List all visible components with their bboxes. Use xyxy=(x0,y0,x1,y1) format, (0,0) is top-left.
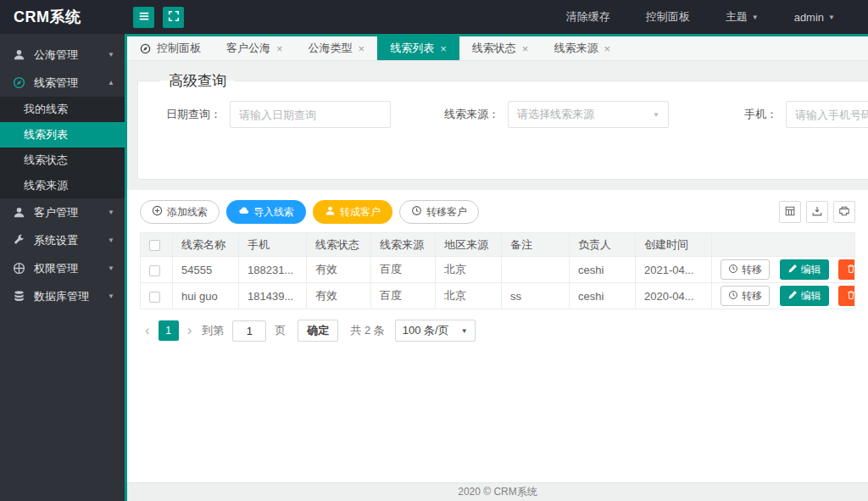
col-header-source: 线索来源 xyxy=(371,233,436,257)
page-size-select[interactable]: 100 条/页 ▼ xyxy=(395,320,476,342)
goto-page-input[interactable] xyxy=(232,320,266,342)
close-icon[interactable]: × xyxy=(522,43,529,54)
close-icon[interactable]: × xyxy=(440,43,447,54)
export-icon xyxy=(811,205,823,220)
row-transfer-button[interactable]: 转移 xyxy=(721,259,770,280)
close-icon[interactable]: × xyxy=(359,43,365,54)
transfer-label: 转移 xyxy=(742,263,762,277)
select-all-checkbox[interactable] xyxy=(149,240,160,251)
sidebar-item-lead-status[interactable]: 线索状态 xyxy=(0,148,125,173)
clear-cache-link[interactable]: 清除缓存 xyxy=(548,0,628,34)
row-checkbox[interactable] xyxy=(149,292,160,303)
table-toolbar: 添加线索 导入线索 转成客户 xyxy=(140,200,855,224)
print-button[interactable] xyxy=(833,201,855,223)
chevron-down-icon: ▼ xyxy=(653,111,659,119)
pencil-icon xyxy=(787,290,798,303)
import-leads-button[interactable]: 导入线索 xyxy=(226,200,306,224)
prev-page-icon[interactable]: ‹ xyxy=(140,322,155,339)
username-label: admin xyxy=(794,11,824,24)
convert-customer-button[interactable]: 转成客户 xyxy=(313,200,392,224)
footer-text: 2020 © CRM系统 xyxy=(458,485,537,499)
tab-label: 线索列表 xyxy=(390,41,434,56)
sidebar-item-customer-management[interactable]: 客户管理 ▼ xyxy=(0,198,125,226)
tab-dashboard[interactable]: 控制面板 xyxy=(127,36,214,60)
cell-region: 北京 xyxy=(436,257,502,283)
next-page-icon[interactable]: › xyxy=(182,322,198,339)
close-icon[interactable]: × xyxy=(276,43,283,54)
col-header-region: 地区来源 xyxy=(436,233,502,257)
sidebar-item-database-management[interactable]: 数据库管理 ▼ xyxy=(0,282,125,310)
cell-region: 北京 xyxy=(436,283,502,309)
tab-lead-list[interactable]: 线索列表 × xyxy=(377,36,459,60)
chevron-down-icon: ▼ xyxy=(108,209,114,216)
sidebar-item-lead-source[interactable]: 线索来源 xyxy=(0,173,125,198)
filter-columns-button[interactable] xyxy=(779,201,801,223)
sidebar-item-my-leads[interactable]: 我的线索 xyxy=(0,97,125,122)
row-edit-button[interactable]: 编辑 xyxy=(780,286,829,306)
lead-source-select[interactable]: 请选择线索来源 ▼ xyxy=(508,101,669,128)
tab-lead-source[interactable]: 线索来源 × xyxy=(541,36,623,60)
export-button[interactable] xyxy=(806,201,828,223)
cell-name: hui guo xyxy=(173,283,239,309)
cell-status: 有效 xyxy=(307,283,371,309)
user-icon xyxy=(13,206,25,219)
cell-source: 百度 xyxy=(371,283,436,309)
sidebar-item-system-settings[interactable]: 系统设置 ▼ xyxy=(0,226,125,254)
sidebar-item-permission-management[interactable]: 权限管理 ▼ xyxy=(0,254,125,282)
add-lead-button[interactable]: 添加线索 xyxy=(140,200,220,224)
import-leads-label: 导入线索 xyxy=(253,205,294,220)
app-title: CRM系统 xyxy=(0,7,125,27)
cell-phone: 188231... xyxy=(239,257,307,283)
user-menu[interactable]: admin ▼ xyxy=(776,0,853,34)
chevron-down-icon: ▼ xyxy=(108,51,114,58)
transfer-customer-label: 转移客户 xyxy=(426,205,467,220)
phone-label: 手机： xyxy=(706,107,777,122)
theme-menu[interactable]: 主题 ▼ xyxy=(708,0,776,34)
columns-icon xyxy=(784,205,796,220)
table-tools xyxy=(779,201,855,223)
cell-owner: ceshi xyxy=(570,283,636,309)
fullscreen-button[interactable] xyxy=(163,7,184,28)
close-icon[interactable]: × xyxy=(604,43,610,54)
col-header-name: 线索名称 xyxy=(173,233,239,257)
fullscreen-icon xyxy=(168,10,180,25)
row-checkbox[interactable] xyxy=(149,265,160,276)
date-input[interactable] xyxy=(230,101,391,128)
goto-confirm-button[interactable]: 确定 xyxy=(298,320,338,342)
plus-circle-icon xyxy=(152,205,163,219)
compass-icon xyxy=(140,43,151,54)
tab-lead-status[interactable]: 线索状态 × xyxy=(459,36,542,60)
row-delete-button[interactable]: 删除 xyxy=(838,286,854,306)
row-edit-button[interactable]: 编辑 xyxy=(780,259,829,280)
lead-submenu: 我的线索 线索列表 线索状态 线索来源 xyxy=(0,97,125,198)
edit-label: 编辑 xyxy=(801,263,821,277)
control-panel-link[interactable]: 控制面板 xyxy=(628,0,708,34)
col-header-status: 线索状态 xyxy=(307,233,371,257)
goto-suffix-label: 页 xyxy=(275,323,286,338)
sidebar-item-public-pool[interactable]: 公海管理 ▼ xyxy=(0,41,125,69)
transfer-customer-button[interactable]: 转移客户 xyxy=(399,200,479,224)
advanced-query-title: 高级查询 xyxy=(160,71,235,91)
select-placeholder: 请选择线索来源 xyxy=(517,107,594,122)
row-transfer-button[interactable]: 转移 xyxy=(721,286,770,306)
globe-icon xyxy=(13,262,25,275)
hamburger-icon xyxy=(138,10,150,25)
tab-pool-type[interactable]: 公海类型 × xyxy=(296,36,378,60)
transfer-label: 转移 xyxy=(742,289,762,303)
advanced-query-panel: 高级查询 日期查询： 线索来源： 请选择线索来源 ▼ xyxy=(137,71,868,180)
sub-item-label: 线索来源 xyxy=(24,178,68,193)
page-content: 高级查询 日期查询： 线索来源： 请选择线索来源 ▼ xyxy=(127,61,868,482)
add-lead-label: 添加线索 xyxy=(167,205,208,220)
tab-label: 线索来源 xyxy=(554,41,598,56)
row-delete-button[interactable]: 删除 xyxy=(838,259,854,280)
cloud-upload-icon xyxy=(238,205,249,219)
sidebar-item-lead-management[interactable]: 线索管理 ▲ xyxy=(0,69,125,97)
tab-customer-pool[interactable]: 客户公海 × xyxy=(214,36,296,60)
date-field-group: 日期查询： xyxy=(150,101,391,128)
footer: 2020 © CRM系统 xyxy=(127,482,868,501)
sub-item-label: 线索列表 xyxy=(24,127,68,142)
current-page-button[interactable]: 1 xyxy=(159,320,179,341)
sidebar-toggle-button[interactable] xyxy=(133,7,154,28)
phone-input[interactable] xyxy=(786,101,868,128)
sidebar-item-lead-list[interactable]: 线索列表 xyxy=(0,122,125,148)
